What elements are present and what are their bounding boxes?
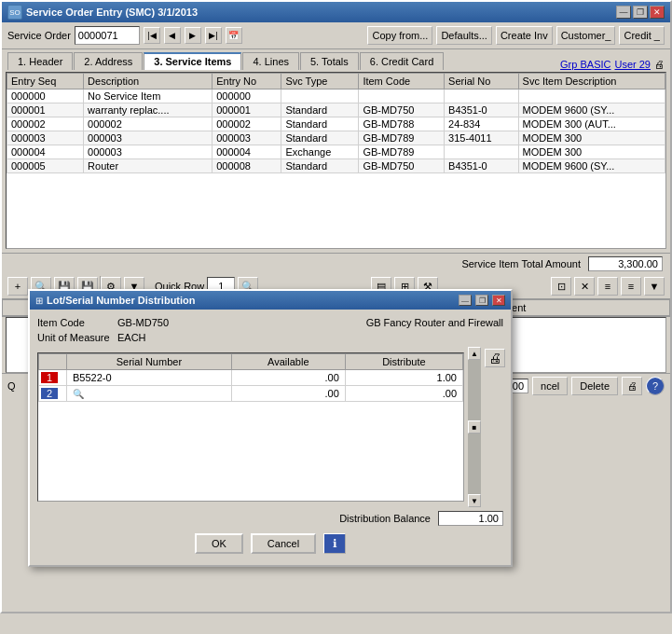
right-toolbar-2[interactable]: ✕ [574,277,595,296]
scroll-down-button[interactable]: ▼ [468,494,481,507]
nav-first-button[interactable]: |◀ [144,27,160,44]
nav-last-button[interactable]: ▶| [205,27,222,44]
modal-cancel-button[interactable]: Cancel [251,533,316,554]
right-toolbar-1[interactable]: ⊡ [551,277,571,296]
col-header-serialno: Serial No [445,74,518,90]
scroll-track [468,360,481,420]
col-header-svctype: Svc Type [281,74,359,90]
modal-body: Item Code GB-MD750 GB Fancy Router and F… [30,310,511,565]
col-header-entryseq: Entry Seq [7,74,84,90]
credit-button[interactable]: Credit _ [619,26,665,45]
tab-totals[interactable]: 5. Totals [300,52,359,70]
col-header-svcdesc: Svc Item Description [518,74,665,90]
toolbar: Service Order |◀ ◀ ▶ ▶| 📅 Copy from... D… [2,22,670,49]
minimize-button[interactable]: — [616,6,631,19]
tab-service-items[interactable]: 3. Service Items [144,52,241,70]
total-value: 3,300.00 [588,256,663,271]
modal-title: Lot/Serial Number Distribution [47,295,455,306]
col-header-description: Description [84,74,213,90]
tabs-row: 1. Header 2. Address 3. Service Items 4.… [2,49,670,70]
modal-item-code-row: Item Code GB-MD750 GB Fancy Router and F… [37,317,503,328]
modal-title-bar: ⊞ Lot/Serial Number Distribution — ❐ ✕ [30,291,511,310]
tab-address[interactable]: 2. Address [74,52,143,70]
nav-calendar-button[interactable]: 📅 [226,27,242,44]
title-bar: SO Service Order Entry (SMC) 3/1/2013 — … [2,2,670,22]
modal-close-btn[interactable]: ✕ [492,295,505,306]
table-row[interactable]: 000005Router000008StandardGB-MD750B4351-… [7,159,665,173]
table-row[interactable]: 000003000003000003StandardGB-MD789315-40… [7,131,665,145]
defaults-button[interactable]: Defaults... [436,26,492,45]
modal-ok-button[interactable]: OK [195,533,243,554]
modal-uom-row: Unit of Measure EACH [37,332,503,343]
modal-table-row[interactable]: 2🔍.00.00 [39,386,463,402]
help-button[interactable]: ? [646,377,665,395]
table-row[interactable]: 000001warranty replac....000001StandardG… [7,103,665,117]
modal-balance-row: Distribution Balance 1.00 [37,511,503,526]
lot-serial-dialog[interactable]: ⊞ Lot/Serial Number Distribution — ❐ ✕ I… [28,289,513,567]
right-toolbar-3[interactable]: ≡ [597,277,618,296]
printer-icon[interactable]: 🖨 [654,59,665,70]
modal-balance-value: 1.00 [438,511,503,526]
print-button[interactable]: 🖨 [622,377,642,395]
modal-uom-label: Unit of Measure [37,332,112,343]
col-header-itemcode: Item Code [359,74,445,90]
service-items-content: Entry Seq Description Entry No Svc Type … [6,72,666,249]
close-button[interactable]: ✕ [650,6,665,19]
modal-item-code-label: Item Code [37,317,112,328]
nav-prev-button[interactable]: ◀ [164,27,181,44]
tab-credit-card[interactable]: 6. Credit Card [360,52,444,70]
service-order-input[interactable] [75,26,140,45]
modal-table-row[interactable]: 1B5522-0.001.00 [39,370,463,386]
tab-lines[interactable]: 4. Lines [242,52,299,70]
scroll-up-button[interactable]: ▲ [468,347,481,360]
serial-number-table: Serial Number Available Distribute 1B552… [38,353,463,402]
service-items-table: Entry Seq Description Entry No Svc Type … [7,73,665,173]
modal-item-desc: GB Fancy Router and Firewall [366,317,503,328]
scroll-middle-button[interactable]: ■ [468,420,481,434]
grp-basic-link[interactable]: Grp BASIC [560,59,610,70]
modal-col-serial-num: Serial Number [67,354,232,370]
total-row: Service Item Total Amount 3,300.00 [2,253,670,274]
add-row-button[interactable]: + [7,277,28,296]
nav-next-button[interactable]: ▶ [185,27,201,44]
service-order-label: Service Order [7,30,71,41]
delete-button[interactable]: Delete [571,377,618,395]
right-toolbar-4[interactable]: ≡ [621,277,641,296]
modal-balance-label: Distribution Balance [339,513,431,524]
table-row[interactable]: 000002000002000002StandardGB-MD78824-834… [7,117,665,131]
modal-col-available: Available [231,354,345,370]
quick-status-label: Q [7,380,16,392]
right-toolbar-5[interactable]: ▼ [644,277,665,296]
copy-from-button[interactable]: Copy from... [367,26,432,45]
modal-print-icon[interactable]: 🖨 [485,349,505,367]
create-inv-button[interactable]: Create Inv [496,26,553,45]
modal-info-button[interactable]: ℹ [323,533,346,554]
modal-uom-value: EACH [117,332,146,343]
customer-button[interactable]: Customer_ [556,26,616,45]
tab-header[interactable]: 1. Header [7,52,73,70]
window-controls: — ❐ ✕ [616,6,665,19]
modal-col-distribute: Distribute [345,354,462,370]
restore-button[interactable]: ❐ [633,6,648,19]
modal-col-serial [39,354,67,370]
modal-buttons-row: OK Cancel ℹ [37,530,503,558]
cancel-button[interactable]: ncel [532,377,568,395]
window-title: Service Order Entry (SMC) 3/1/2013 [26,7,612,18]
total-label: Service Item Total Amount [461,258,581,269]
modal-item-code-value: GB-MD750 [117,317,169,328]
app-icon: SO [7,5,22,20]
user29-link[interactable]: User 29 [614,59,651,70]
modal-scrollbar: ▲ ■ ▼ [468,347,481,507]
table-row[interactable]: 000000No Service Item000000 [7,90,665,103]
serial-table-container: Serial Number Available Distribute 1B552… [37,352,464,502]
table-row[interactable]: 000004000003000004ExchangeGB-MD789MODEM … [7,145,665,159]
scroll-track2 [468,434,481,494]
modal-restore-btn[interactable]: ❐ [475,295,488,306]
modal-right-icons: 🖨 [485,347,503,507]
modal-minimize-btn[interactable]: — [459,295,472,306]
modal-title-icon: ⊞ [35,296,43,306]
col-header-entryno: Entry No [213,74,281,90]
